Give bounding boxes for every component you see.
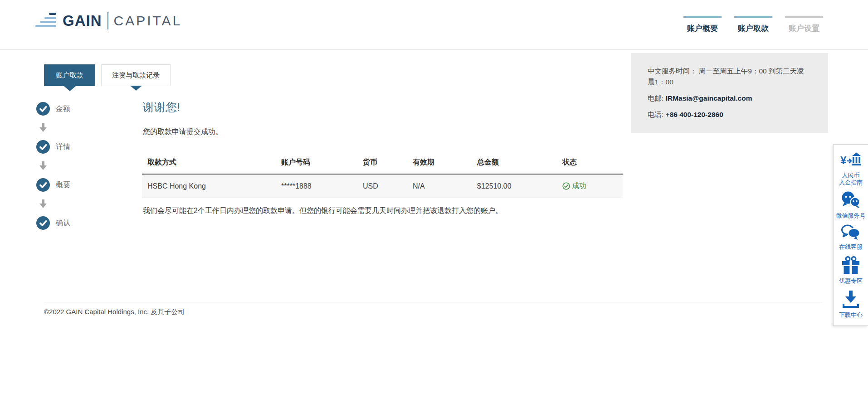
email-address[interactable]: IRMasia@gaincapital.com (666, 94, 752, 102)
step-details: 详情 (36, 140, 70, 154)
col-header-expiry: 有效期 (407, 153, 472, 174)
processing-note: 我们会尽可能在2个工作日内办理您的取款申请。但您的银行可能会需要几天时间办理并把… (143, 206, 502, 216)
status-text: 成功 (572, 181, 586, 191)
header: GAIN CAPITAL 账户概要 账户取款 账户设置 (0, 0, 868, 50)
service-email-line: 电邮: IRMasia@gaincapital.com (648, 93, 807, 104)
tab-bar: 账户取款 注资与取款记录 (44, 64, 171, 86)
table-header-row: 取款方式 账户号码 货币 有效期 总金额 状态 (142, 153, 623, 174)
live-chat-icon (841, 224, 861, 241)
service-info-box: 中文服务时间： 周一至周五上午9：00 到第二天凌晨1：00 电邮: IRMas… (631, 53, 828, 133)
rail-label: 微信服务号 (834, 212, 868, 219)
step-amount: 金额 (36, 102, 70, 116)
cell-account: *****1888 (276, 174, 357, 198)
phone-label: 电话: (648, 111, 663, 118)
rail-item-wechat[interactable]: 微信服务号 (834, 189, 868, 223)
side-rail: ¥ 人民币 入金指南 微信服务号 (833, 144, 868, 326)
down-arrow-icon (39, 199, 47, 209)
cell-method: HSBC Hong Kong (142, 174, 276, 198)
phone-number: +86 400-120-2860 (666, 111, 723, 118)
tab-funding-withdrawal-history[interactable]: 注资与取款记录 (101, 64, 171, 86)
nav-account-settings[interactable]: 账户设置 (785, 16, 823, 34)
download-icon (841, 290, 860, 309)
logo-divider (107, 12, 108, 29)
cell-expiry: N/A (407, 174, 472, 198)
down-arrow-icon (39, 123, 47, 132)
nav-account-overview[interactable]: 账户概要 (683, 16, 722, 34)
rail-item-live-chat[interactable]: 在线客服 (834, 223, 868, 254)
service-phone-line: 电话: +86 400-120-2860 (648, 109, 807, 120)
status-badge: 成功 (562, 181, 623, 191)
rail-label: 在线客服 (834, 243, 868, 251)
footer-divider (44, 302, 823, 302)
tab-account-withdrawal[interactable]: 账户取款 (44, 64, 95, 86)
withdrawal-result-table: 取款方式 账户号码 货币 有效期 总金额 状态 HSBC Hong Kong *… (142, 153, 623, 198)
col-header-account: 账户号码 (276, 153, 357, 174)
check-circle-icon (36, 216, 50, 230)
tab-label: 注资与取款记录 (112, 71, 160, 80)
step-summary: 概要 (36, 178, 70, 192)
rail-label: 优惠专区 (834, 277, 868, 285)
step-label: 概要 (56, 180, 70, 190)
tab-pointer-icon (130, 86, 142, 91)
step-label: 详情 (56, 142, 70, 152)
step-confirm: 确认 (36, 216, 70, 230)
col-header-currency: 货币 (357, 153, 407, 174)
copyright-text: ©2022 GAIN Capital Holdings, Inc. 及其子公司 (44, 308, 185, 316)
check-circle-icon (36, 140, 50, 154)
svg-text:¥: ¥ (840, 154, 847, 166)
col-header-status: 状态 (557, 153, 623, 174)
wechat-icon (841, 191, 861, 209)
tab-pointer-icon (64, 86, 76, 91)
rail-label: 人民币 入金指南 (834, 172, 868, 186)
rail-label: 下载中心 (834, 311, 868, 319)
success-message: 您的取款申请提交成功。 (143, 127, 223, 137)
check-circle-icon (36, 102, 50, 116)
cell-currency: USD (357, 174, 407, 198)
col-header-total: 总金额 (472, 153, 557, 174)
logo-text-gain: GAIN (63, 12, 102, 29)
cell-status: 成功 (557, 174, 623, 198)
table-row: HSBC Hong Kong *****1888 USD N/A $12510.… (142, 174, 623, 198)
promotions-gift-icon (841, 256, 860, 275)
top-nav: 账户概要 账户取款 账户设置 (683, 16, 823, 34)
down-arrow-icon (39, 161, 47, 170)
logo-bars-icon (35, 12, 59, 30)
rail-item-promotions[interactable]: 优惠专区 (834, 254, 868, 288)
gain-capital-logo[interactable]: GAIN CAPITAL (35, 12, 182, 30)
rail-item-download-center[interactable]: 下载中心 (834, 288, 868, 322)
page-title: 谢谢您! (143, 100, 180, 115)
check-circle-icon (36, 178, 50, 192)
nav-account-withdrawal[interactable]: 账户取款 (734, 16, 772, 34)
success-check-icon (562, 182, 570, 190)
step-label: 金额 (56, 104, 70, 114)
logo-text-capital: CAPITAL (114, 13, 182, 29)
rail-item-rmb-deposit-guide[interactable]: ¥ 人民币 入金指南 (834, 149, 868, 189)
email-label: 电邮: (648, 94, 663, 102)
service-time-text: 中文服务时间： 周一至周五上午9：00 到第二天凌晨1：00 (648, 66, 807, 87)
tab-label: 账户取款 (56, 71, 83, 80)
step-label: 确认 (56, 218, 70, 228)
rmb-deposit-guide-icon: ¥ (840, 151, 861, 169)
col-header-method: 取款方式 (142, 153, 276, 174)
cell-total: $12510.00 (472, 174, 557, 198)
